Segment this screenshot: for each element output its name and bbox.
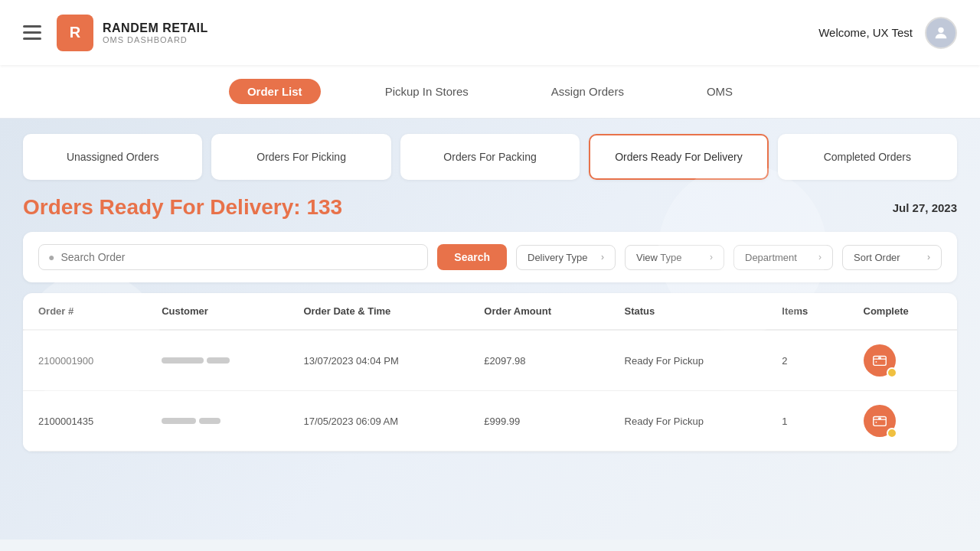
customer-cell xyxy=(146,391,288,452)
date-time-cell: 17/05/2023 06:09 AM xyxy=(288,391,469,452)
page-title-prefix: Orders Ready For Delivery: xyxy=(23,195,306,219)
brand-subtitle: OMS DASHBOARD xyxy=(103,35,208,44)
complete-cell xyxy=(848,330,958,391)
page-title-count: 133 xyxy=(306,195,342,219)
chevron-down-icon: › xyxy=(601,252,604,262)
svg-rect-3 xyxy=(878,357,881,359)
card-unassigned-orders[interactable]: Unassigned Orders xyxy=(23,134,202,180)
status-cell: Ready For Pickup xyxy=(609,330,767,391)
items-cell: 1 xyxy=(766,391,848,452)
page-date: Jul 27, 2023 xyxy=(893,201,957,214)
col-date-time: Order Date & Time xyxy=(288,293,469,330)
complete-button[interactable] xyxy=(864,405,896,437)
customer-placeholder xyxy=(162,357,273,364)
amount-cell: £999.99 xyxy=(469,391,609,452)
items-cell: 2 xyxy=(766,330,848,391)
table-row: 2100001435 17/05/2023 06:09 AM £999.99 R… xyxy=(23,391,957,452)
svg-point-0 xyxy=(938,27,943,32)
tab-pickup-in-stores[interactable]: Pickup In Stores xyxy=(367,79,487,104)
main-content: Unassigned Orders Orders For Picking Ord… xyxy=(0,119,980,540)
col-amount: Order Amount xyxy=(469,293,609,330)
customer-placeholder xyxy=(162,418,273,424)
status-cell: Ready For Pickup xyxy=(609,391,767,452)
svg-point-5 xyxy=(875,422,877,423)
date-time-cell: 13/07/2023 04:04 PM xyxy=(288,330,469,391)
customer-cell xyxy=(146,330,288,391)
svg-rect-6 xyxy=(878,417,881,419)
complete-badge xyxy=(887,428,897,439)
complete-cell xyxy=(848,391,958,452)
user-avatar[interactable] xyxy=(925,17,957,49)
delivery-type-dropdown[interactable]: Delivery Type › xyxy=(516,245,616,270)
category-cards: Unassigned Orders Orders For Picking Ord… xyxy=(23,134,957,180)
complete-badge xyxy=(887,367,897,378)
svg-point-2 xyxy=(875,361,877,363)
logo-area: RANDEM RETAIL OMS DASHBOARD xyxy=(57,15,208,51)
placeholder-bar xyxy=(207,357,230,364)
sort-order-dropdown[interactable]: Sort Order › xyxy=(842,245,942,270)
tab-order-list[interactable]: Order List xyxy=(229,79,321,104)
tab-assign-orders[interactable]: Assign Orders xyxy=(533,79,642,104)
amount-cell: £2097.98 xyxy=(469,330,609,391)
col-customer: Customer xyxy=(146,293,288,330)
card-orders-for-packing[interactable]: Orders For Packing xyxy=(400,134,580,180)
header: RANDEM RETAIL OMS DASHBOARD Welcome, UX … xyxy=(0,0,980,65)
welcome-text: Welcome, UX Test xyxy=(818,26,913,39)
placeholder-bar xyxy=(162,357,204,364)
brand-name-area: RANDEM RETAIL OMS DASHBOARD xyxy=(103,21,208,44)
table-row: 2100001900 13/07/2023 04:04 PM £2097.98 … xyxy=(23,330,957,391)
placeholder-bar xyxy=(162,418,196,424)
placeholder-bar xyxy=(199,418,220,424)
card-completed-orders[interactable]: Completed Orders xyxy=(778,134,957,180)
header-left: RANDEM RETAIL OMS DASHBOARD xyxy=(23,15,208,51)
card-orders-for-picking[interactable]: Orders For Picking xyxy=(211,134,390,180)
search-icon: ● xyxy=(48,251,54,263)
search-input[interactable] xyxy=(60,251,418,263)
hamburger-menu[interactable] xyxy=(23,25,41,40)
page-title: Orders Ready For Delivery: 133 xyxy=(23,195,342,220)
deco-circle-1 xyxy=(23,272,161,409)
brand-name: RANDEM RETAIL xyxy=(103,21,208,35)
search-button[interactable]: Search xyxy=(437,244,507,270)
orders-table-container: Order # Customer Order Date & Time Order… xyxy=(23,293,957,452)
nav-tabs: Order List Pickup In Stores Assign Order… xyxy=(0,65,980,119)
chevron-down-icon: › xyxy=(927,252,930,262)
brand-logo xyxy=(57,15,93,51)
col-complete: Complete xyxy=(848,293,958,330)
deco-circle-2 xyxy=(658,165,827,333)
tab-oms[interactable]: OMS xyxy=(688,79,751,104)
table-header-row: Order # Customer Order Date & Time Order… xyxy=(23,293,957,330)
complete-button[interactable] xyxy=(864,344,896,377)
orders-table: Order # Customer Order Date & Time Order… xyxy=(23,293,957,452)
search-wrapper: ● xyxy=(38,244,428,270)
header-right: Welcome, UX Test xyxy=(818,17,957,49)
